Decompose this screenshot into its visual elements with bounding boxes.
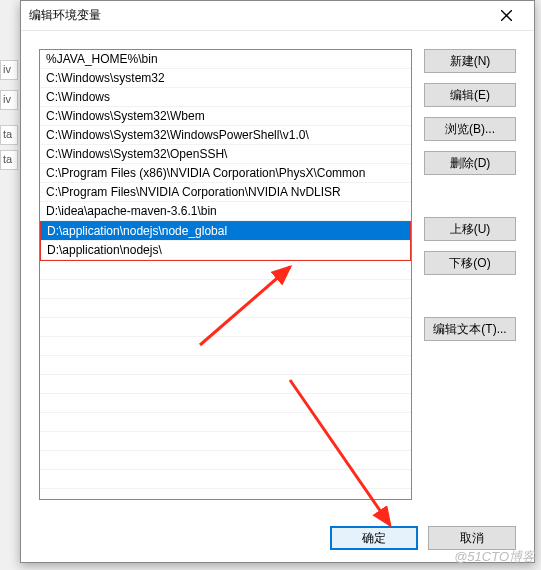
list-item-empty [40, 432, 411, 451]
list-item[interactable]: %JAVA_HOME%\bin [40, 50, 411, 69]
ok-button[interactable]: 确定 [330, 526, 418, 550]
edittext-button[interactable]: 编辑文本(T)... [424, 317, 516, 341]
list-item-empty [40, 413, 411, 432]
dialog-content: %JAVA_HOME%\binC:\Windows\system32C:\Win… [21, 31, 534, 514]
bg-fragment: iv [0, 90, 18, 110]
list-item[interactable]: C:\Windows\System32\WindowsPowerShell\v1… [40, 126, 411, 145]
list-item-empty [40, 375, 411, 394]
close-button[interactable] [486, 2, 526, 30]
watermark: @51CTO博客 [454, 548, 535, 566]
new-button[interactable]: 新建(N) [424, 49, 516, 73]
list-item-empty [40, 356, 411, 375]
list-item[interactable]: C:\Windows [40, 88, 411, 107]
list-item[interactable]: C:\Windows\system32 [40, 69, 411, 88]
movedown-button[interactable]: 下移(O) [424, 251, 516, 275]
list-item-empty [40, 280, 411, 299]
close-icon [501, 10, 512, 21]
edit-button[interactable]: 编辑(E) [424, 83, 516, 107]
list-item-empty [40, 299, 411, 318]
env-var-dialog: 编辑环境变量 %JAVA_HOME%\binC:\Windows\system3… [20, 0, 535, 563]
path-listbox[interactable]: %JAVA_HOME%\binC:\Windows\system32C:\Win… [39, 49, 412, 500]
list-item-empty [40, 337, 411, 356]
moveup-button[interactable]: 上移(U) [424, 217, 516, 241]
list-item[interactable]: D:\application\nodejs\ [41, 241, 410, 260]
highlight-box: D:\application\nodejs\node_globalD:\appl… [40, 221, 411, 261]
dialog-title: 编辑环境变量 [29, 7, 486, 24]
bg-fragment: iv [0, 60, 18, 80]
bg-fragment: ta [0, 125, 18, 145]
list-item[interactable]: C:\Windows\System32\OpenSSH\ [40, 145, 411, 164]
list-item-empty [40, 261, 411, 280]
list-item-empty [40, 451, 411, 470]
list-item[interactable]: C:\Program Files\NVIDIA Corporation\NVID… [40, 183, 411, 202]
titlebar: 编辑环境变量 [21, 1, 534, 31]
list-item[interactable]: D:\application\nodejs\node_global [41, 222, 410, 241]
list-item[interactable]: C:\Program Files (x86)\NVIDIA Corporatio… [40, 164, 411, 183]
list-item-empty [40, 394, 411, 413]
list-item-empty [40, 470, 411, 489]
browse-button[interactable]: 浏览(B)... [424, 117, 516, 141]
list-item-empty [40, 318, 411, 337]
bg-fragment: ta [0, 150, 18, 170]
side-buttons: 新建(N) 编辑(E) 浏览(B)... 删除(D) 上移(U) 下移(O) 编… [424, 49, 516, 500]
list-item[interactable]: D:\idea\apache-maven-3.6.1\bin [40, 202, 411, 221]
list-wrap: %JAVA_HOME%\binC:\Windows\system32C:\Win… [39, 49, 412, 500]
delete-button[interactable]: 删除(D) [424, 151, 516, 175]
list-item[interactable]: C:\Windows\System32\Wbem [40, 107, 411, 126]
cancel-button[interactable]: 取消 [428, 526, 516, 550]
